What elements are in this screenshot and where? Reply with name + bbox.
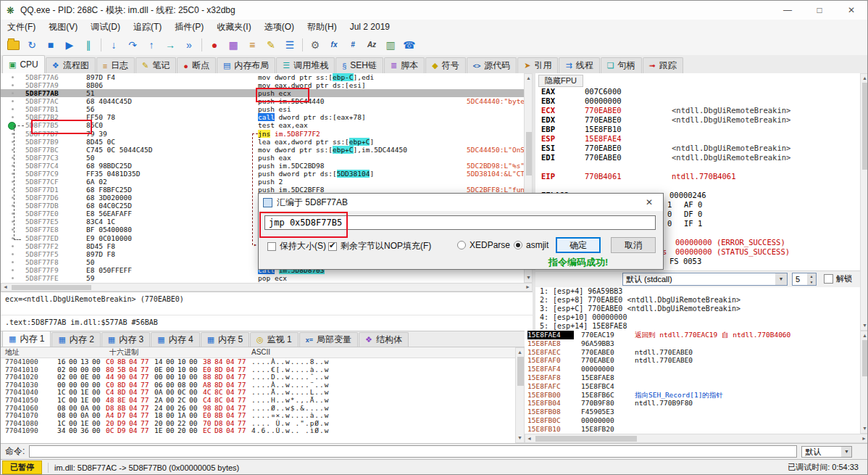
cancel-button[interactable]: 取消 xyxy=(611,237,656,253)
assemble-instruction-input[interactable] xyxy=(264,215,656,230)
toolbar-run-button[interactable]: ▶ xyxy=(61,37,78,53)
register-row[interactable] xyxy=(535,162,860,172)
toolbar-breakpoints-button[interactable]: ● xyxy=(206,37,223,53)
title-bar[interactable]: ❋ QQ.exe - PID: 268C - 模块: im.dll - 线程: … xyxy=(1,1,867,20)
disasm-row-5D8F77A9[interactable]: 5D8F77A98B06mov eax,dword ptr ds:[esi] xyxy=(1,81,524,89)
spinner-arrows-icon[interactable]: ▲▼ xyxy=(807,273,816,285)
menu-item-7[interactable]: 帮助(H) xyxy=(301,20,343,35)
stack-arg-3[interactable]: 3: [esp+C] 770EABE0 <ntdll.DbgUiRemoteBr… xyxy=(535,305,860,313)
tab-handles[interactable]: ❏句柄 xyxy=(601,57,642,73)
stack-row-15E8FB00[interactable]: 15E8FB0015E8FB6C指向SEH_Record[1]的指针 xyxy=(525,391,860,400)
registers-vscrollbar[interactable]: ▲ ▼ xyxy=(860,73,868,331)
ok-button[interactable]: 确定 xyxy=(556,237,601,253)
register-row[interactable] xyxy=(535,181,860,191)
scroll-thumb[interactable] xyxy=(526,132,532,175)
command-input[interactable] xyxy=(29,445,797,458)
scroll-down-icon[interactable]: ▼ xyxy=(862,322,867,329)
asmjit-radio[interactable]: asmjit xyxy=(514,240,548,250)
tab-memory-map[interactable]: ▤内存布局 xyxy=(217,57,275,73)
scroll-up-icon[interactable]: ▲ xyxy=(526,75,531,82)
toolbar-stop-button[interactable]: ■ xyxy=(42,37,59,53)
stack-row-15E8FAE4[interactable]: 15E8FAE4770EAC19返回到 ntdll.770EAC19 自 ntd… xyxy=(525,331,860,339)
stack-row-15E8FAF8[interactable]: 15E8FAF815E8FAE8 xyxy=(525,373,860,382)
stack-row-15E8FAEC[interactable]: 15E8FAEC770EABE0ntdll.770EABE0 xyxy=(525,348,860,357)
stack-row-15E8FB0C[interactable]: 15E8FB0C00000000 xyxy=(525,416,860,425)
scroll-up-icon[interactable]: ▲ xyxy=(517,349,522,356)
stack-arg-1[interactable]: 1: [esp+4] 96A59BB3 xyxy=(535,287,860,296)
toolbar-log-button[interactable]: ≡ xyxy=(243,37,261,53)
chevron-down-icon[interactable]: ▼ xyxy=(841,447,851,457)
tab-threads[interactable]: ⇉线程 xyxy=(559,57,599,73)
tab-dump4[interactable]: ▦内存 4 xyxy=(151,332,199,347)
register-row-ESI[interactable]: ESI770EABE0<ntdll.DbgUiRemoteBreakin> xyxy=(535,144,860,153)
scroll-thumb[interactable] xyxy=(862,83,868,170)
memory-row-77041090[interactable]: 77041090340036000CD904771E002000ECD80477… xyxy=(1,427,515,435)
tab-graph[interactable]: ❖流程图 xyxy=(46,57,96,73)
toolbar-notes-button[interactable]: ✎ xyxy=(262,37,280,53)
dialog-close-icon[interactable]: ✕ xyxy=(635,197,663,207)
keep-size-checkbox[interactable]: 保持大小(S) xyxy=(267,240,326,252)
disasm-row-5D8F77CF[interactable]: 5D8F77CF6A 02push 2 xyxy=(1,178,524,186)
tab-references[interactable]: ➤引用 xyxy=(517,57,558,73)
toolbar-run-to-cursor-button[interactable]: → xyxy=(162,37,179,53)
register-row-EBP[interactable]: EBP15E8FB10 xyxy=(535,125,860,134)
unlock-checkbox[interactable]: 解锁 xyxy=(824,273,852,284)
memory-vscrollbar[interactable]: ▲ ▼ xyxy=(515,347,525,443)
checkbox-icon[interactable] xyxy=(267,242,276,251)
register-row-EDI[interactable]: EDI770EABE0<ntdll.DbgUiRemoteBreakin> xyxy=(535,153,860,162)
stack-row-15E8FAF0[interactable]: 15E8FAF0770EABE0ntdll.770EABE0 xyxy=(525,356,860,365)
calling-convention-select[interactable]: 默认 (stdcall) ▼ xyxy=(622,273,788,286)
toolbar-case-convert-button[interactable]: Az xyxy=(363,37,380,53)
scroll-up-icon[interactable]: ▲ xyxy=(862,332,867,339)
maximize-button[interactable]: □ xyxy=(804,1,835,20)
scroll-thumb[interactable] xyxy=(517,357,524,386)
menu-item-4[interactable]: 插件(P) xyxy=(168,20,210,35)
checkbox-checked-icon[interactable] xyxy=(328,242,337,251)
menu-item-1[interactable]: 视图(V) xyxy=(42,20,84,35)
tab-dump2[interactable]: ▦内存 2 xyxy=(51,332,100,347)
scroll-down-icon[interactable]: ▼ xyxy=(517,434,522,442)
stack-row-15E8FAF4[interactable]: 15E8FAF400000000 xyxy=(525,365,860,373)
tab-cpu[interactable]: ▣CPU xyxy=(2,55,45,73)
scroll-thumb[interactable] xyxy=(12,285,91,290)
disasm-row-5D8F77B2[interactable]: 5D8F77B2FF50 78call dword ptr ds:[eax+78… xyxy=(1,113,524,121)
disasm-row-5D8F77AC[interactable]: 5D8F77AC68 4044C45Dpush im.5DC444405DC44… xyxy=(1,97,524,105)
register-row-EAX[interactable]: EAX007C6000 xyxy=(535,87,860,96)
scroll-left-icon[interactable]: ◄ xyxy=(527,435,532,442)
register-row-EBX[interactable]: EBX00000000 xyxy=(535,96,860,106)
toolbar-step-over-button[interactable]: ↷ xyxy=(124,37,141,53)
dialog-title-bar[interactable]: 汇编于 5D8F77AB ✕ xyxy=(259,194,663,211)
menu-item-6[interactable]: 选项(O) xyxy=(258,20,301,35)
tab-dump1[interactable]: ▦内存 1 xyxy=(2,331,51,347)
scroll-thumb[interactable] xyxy=(862,340,868,376)
stack-arg-2[interactable]: 2: [esp+8] 770EABE0 <ntdll.DbgUiRemoteBr… xyxy=(535,296,860,305)
tab-call-stack[interactable]: ☰调用堆栈 xyxy=(276,57,335,73)
toolbar-step-out-button[interactable]: ↑ xyxy=(143,37,160,53)
disasm-row-5D8F77BC[interactable]: 5D8F77BCC745 0C 5044C45Dmov dword ptr ss… xyxy=(1,146,524,154)
disasm-row-5D8F77C4[interactable]: 5D8F77C468 98BDC25Dpush im.5DC2BD985DC2B… xyxy=(1,162,524,170)
stack-row-15E8FB04[interactable]: 15E8FB04770B9F80ntdll.770B9F80 xyxy=(525,399,860,408)
toolbar-assemble-fx-button[interactable]: fx xyxy=(325,37,343,53)
radio-icon[interactable] xyxy=(457,241,466,249)
tab-symbols[interactable]: ◆符号 xyxy=(425,57,465,73)
scroll-right-icon[interactable]: ► xyxy=(861,435,867,442)
toolbar-calculator-button[interactable]: # xyxy=(344,37,362,53)
tab-trace[interactable]: ➟跟踪 xyxy=(643,57,683,73)
disasm-row-5D8F77B5[interactable]: 5D8F77B585C0test eax,eax xyxy=(1,121,524,129)
menu-item-3[interactable]: 追踪(T) xyxy=(127,20,168,35)
menu-item-8[interactable]: Jul 2 2019 xyxy=(343,20,396,35)
scroll-up-icon[interactable]: ▲ xyxy=(862,75,867,82)
register-row-EDX[interactable]: EDX770EABE0<ntdll.DbgUiRemoteBreakin> xyxy=(535,115,860,125)
toolbar-settings-button[interactable]: ⚙ xyxy=(306,37,324,53)
register-row-ESP[interactable]: ESP15E8FAE4 xyxy=(535,134,860,144)
disasm-row-5D8F77C9[interactable]: 5D8F77C9FF35 0481D35Dpush dword ptr ds:[… xyxy=(1,170,524,178)
toolbar-plugin-qq-button[interactable]: ☎ xyxy=(401,37,418,53)
menu-item-0[interactable]: 文件(F) xyxy=(1,20,42,35)
disasm-row-5D8F77C3[interactable]: 5D8F77C350push eax xyxy=(1,154,524,162)
tab-breakpoints[interactable]: ●断点 xyxy=(177,57,216,73)
close-button[interactable]: ✕ xyxy=(835,1,867,20)
stack-arg-4[interactable]: 4: [esp+10] 00000000 xyxy=(535,313,860,322)
tab-notes[interactable]: ✎笔记 xyxy=(135,57,176,73)
disasm-row-5D8F77B9[interactable]: 5D8F77B98D45 0Clea eax,dword ptr ss:[ebp… xyxy=(1,138,524,146)
tab-dump3[interactable]: ▦内存 3 xyxy=(101,332,150,347)
